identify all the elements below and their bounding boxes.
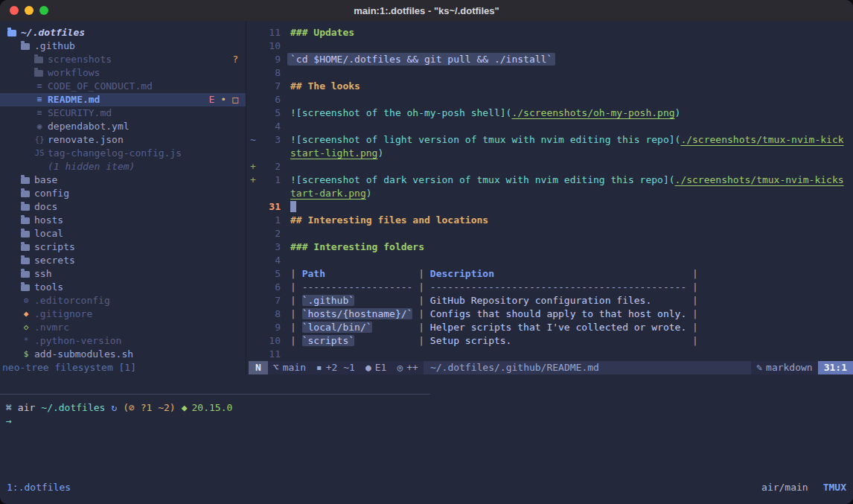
tree-item-label: .github [34,39,75,53]
editor-line[interactable]: 4 [246,254,853,267]
line-text: tart-dark.png) [286,187,372,200]
tree-item-tools[interactable]: tools [0,281,246,294]
editor-pane[interactable]: 11### Updates109`cd $HOME/.dotfiles && g… [246,26,853,361]
editor-line[interactable]: 8 [246,66,853,80]
tree-item-workflows[interactable]: workflows [0,66,246,80]
tree-item-gitignore[interactable]: ◆.gitignore [0,307,246,321]
tree-item-security-md[interactable]: ≡SECURITY.md [0,106,246,120]
gutter-sign [246,147,260,160]
text-segment: ![screenshot of dark version of tmux wit… [290,174,675,185]
editor-line[interactable]: 31 [246,200,853,214]
tree-item-dependabot-yml[interactable]: ◉dependabot.yml [0,120,246,133]
editor-line[interactable]: 7## The looks [246,80,853,93]
tree-item-nvmrc[interactable]: ◇.nvmrc [0,321,246,334]
tree-item-config[interactable]: config [0,187,246,200]
tree-item-docs[interactable]: docs [0,200,246,214]
editor-line[interactable]: 5![screenshot of the oh-my-posh shell](.… [246,106,853,120]
tree-item-add-submodules-sh[interactable]: $add-submodules.sh [0,348,246,361]
line-number: 3 [260,133,286,147]
status-row: neo-tree filesystem [1] N ⌥ main ▪ +2 ~1… [0,361,853,374]
editor-line[interactable]: ~3![screenshot of light version of tmux … [246,133,853,147]
line-number: 2 [260,160,286,173]
minimize-button[interactable] [25,6,33,15]
tree-item-label: .editorconfig [34,294,110,307]
tree-item-1-hidden-item[interactable]: (1 hidden item) [0,160,246,173]
editor-line[interactable]: 9`cd $HOME/.dotfiles && git pull && ./in… [246,53,853,66]
editor-line[interactable]: +2 [246,160,853,173]
line-number: 8 [260,307,286,321]
prompt-arrow-icon: → [6,415,12,428]
text-segment: ## Interesting files and locations [290,214,488,226]
editor-line[interactable]: 8| `hosts/{hostname}/` | Configs that sh… [246,307,853,321]
editor-line[interactable]: 10| `scripts` | Setup scripts. | [246,334,853,348]
tree-item-hosts[interactable]: hosts [0,214,246,227]
folder-icon [21,244,30,251]
tree-item-label: CODE_OF_CONDUCT.md [48,80,153,93]
tree-item-github[interactable]: .github [0,39,246,53]
git-branch: ⌥ main [268,361,311,374]
json-icon: {} [34,133,45,147]
tmux-window-item[interactable]: 1:.dotfiles [7,481,71,494]
tree-item-python-version[interactable]: *.python-version [0,334,246,348]
editor-line[interactable]: 11 [246,348,853,361]
shell-input-line[interactable]: → [6,415,12,428]
gutter-sign: ~ [246,133,260,147]
tree-item-label: .python-version [34,334,121,348]
line-text [286,120,290,133]
tree-item-renovate-json[interactable]: {}renovate.json [0,133,246,147]
line-number [260,147,286,160]
text-segment: | [354,335,430,346]
tree-item-secrets[interactable]: secrets [0,254,246,267]
tree-item-scripts[interactable]: scripts [0,240,246,254]
py-icon: * [21,334,31,348]
status-mark: □ [232,93,238,106]
editor-line[interactable]: 3### Interesting folders [246,240,853,254]
editor-line[interactable]: +1![screenshot of dark version of tmux w… [246,173,853,187]
text-segment: | [686,322,698,333]
status-marks: ? [232,53,246,66]
editor-line[interactable]: 2 [246,227,853,240]
line-text: | `scripts` | Setup scripts. | [286,334,698,348]
tree-item-label: scripts [34,240,75,254]
editor-line[interactable]: 11### Updates [246,26,853,39]
extra-status: ◎ ++ [392,361,423,374]
prompt-git-status: (⊘ ?1 ~2) [123,401,175,415]
folder-icon [21,177,30,184]
tree-item-base[interactable]: base [0,173,246,187]
editor-line[interactable]: 1## Interesting files and locations [246,214,853,227]
git-icon: ◆ [21,307,31,321]
text-segment: Helper scripts that I've collected or wr… [430,322,686,333]
editor-line[interactable]: 9| `local/bin/` | Helper scripts that I'… [246,321,853,334]
editor-line[interactable]: start-light.png) [246,147,853,160]
editor-line[interactable]: 6| ------------------- | ---------------… [246,281,853,294]
folder-icon [21,217,30,224]
tree-item-readme-md[interactable]: ≡README.mdE•□ [0,93,246,106]
tree-item-editorconfig[interactable]: ⚙.editorconfig [0,294,246,307]
line-number: 5 [260,267,286,281]
tree-item-label: tag-changelog-config.js [48,147,182,160]
editor-line[interactable]: 5| Path | Description | [246,267,853,281]
cursor-position: 31:1 [818,361,853,374]
editor-line[interactable]: 7| `.github` | GitHub Repository configu… [246,294,853,307]
tree-item-screenshots[interactable]: screenshots? [0,53,246,66]
tree-item-code-of-conduct-md[interactable]: ≡CODE_OF_CONDUCT.md [0,80,246,93]
text-segment: tart-dark.png [290,188,366,199]
tree-item-tag-changelog-config-js[interactable]: JStag-changelog-config.js [0,147,246,160]
zoom-button[interactable] [39,6,48,15]
tree-item-ssh[interactable]: ssh [0,267,246,281]
gutter-sign [246,267,260,281]
folder-open-icon [7,30,16,36]
editor-line[interactable]: tart-dark.png) [246,187,853,200]
editor-line[interactable]: 6 [246,93,853,106]
close-button[interactable] [10,6,19,15]
text-segment: Setup scripts. [430,335,512,346]
tree-item-local[interactable]: local [0,227,246,240]
tree-item-dotfiles[interactable]: ~/.dotfiles [0,26,246,39]
md-icon: ≡ [34,80,45,93]
tmux-pane-border[interactable] [0,394,430,395]
line-number: 6 [260,281,286,294]
text-segment: `local/bin/` [302,322,372,333]
editor-line[interactable]: 10 [246,39,853,53]
tmux-status-bar: 1:.dotfiles air/main TMUX [0,480,853,495]
editor-line[interactable]: 4 [246,120,853,133]
